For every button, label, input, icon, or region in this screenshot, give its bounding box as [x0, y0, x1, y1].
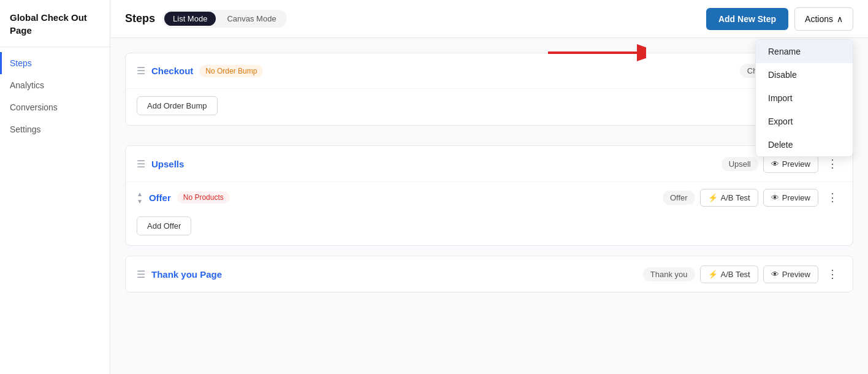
- dropdown-export[interactable]: Export: [756, 110, 853, 133]
- upsells-body: Add Offer: [126, 209, 853, 245]
- upsells-list-icon: ☰: [137, 158, 145, 170]
- canvas-mode-button[interactable]: Canvas Mode: [218, 12, 284, 26]
- sort-arrows[interactable]: ▲ ▼: [137, 191, 143, 205]
- offer-row: ▲ ▼ Offer No Products Offer ⚡ A/B Test 👁…: [126, 182, 853, 209]
- checkout-badge: No Order Bump: [199, 65, 263, 77]
- add-order-bump-button[interactable]: Add Order Bump: [137, 96, 218, 115]
- upsells-more-button[interactable]: ⋮: [823, 155, 842, 173]
- upsells-type: Upsell: [721, 157, 758, 171]
- header: Steps List Mode Canvas Mode Add New Step…: [110, 0, 868, 38]
- header-left: Steps List Mode Canvas Mode: [125, 10, 287, 28]
- ab-icon-thankyou: ⚡: [708, 270, 718, 279]
- upsells-card: ☰ Upsells Upsell 👁 Preview ⋮ ▲ ▼: [125, 145, 853, 246]
- thankyou-preview-button[interactable]: 👁 Preview: [763, 265, 818, 283]
- offer-name[interactable]: Offer: [149, 193, 171, 203]
- offer-preview-icon: 👁: [771, 193, 779, 202]
- chevron-down-icon: ▼: [137, 198, 143, 205]
- thankyou-more-button[interactable]: ⋮: [823, 265, 842, 283]
- thankyou-ab-test-button[interactable]: ⚡ A/B Test: [700, 265, 758, 283]
- offer-right: Offer ⚡ A/B Test 👁 Preview ⋮: [663, 188, 842, 207]
- thankyou-list-icon: ☰: [137, 269, 145, 280]
- upsells-header: ☰ Upsells Upsell 👁 Preview ⋮: [126, 146, 853, 181]
- sidebar-title: Global Check Out Page: [0, 0, 110, 47]
- offer-type: Offer: [663, 191, 695, 205]
- list-mode-button[interactable]: List Mode: [164, 12, 216, 26]
- offer-more-button[interactable]: ⋮: [823, 188, 842, 207]
- sidebar: Global Check Out Page Steps Analytics Co…: [0, 0, 110, 374]
- offer-badge: No Products: [177, 191, 230, 204]
- checkout-header: ☰ Checkout No Order Bump Checkout ⚡ A/B …: [126, 53, 853, 88]
- offer-preview-button[interactable]: 👁 Preview: [763, 189, 818, 207]
- chevron-up-icon: ▲: [137, 191, 143, 197]
- thankyou-header: ☰ Thank you Page Thank you ⚡ A/B Test 👁 …: [126, 256, 853, 292]
- header-right: Add New Step Actions ∧ Rename Disable Im…: [706, 7, 853, 31]
- dropdown-disable[interactable]: Disable: [756, 63, 853, 86]
- thankyou-preview-icon: 👁: [771, 270, 779, 279]
- ab-icon-offer: ⚡: [708, 193, 718, 202]
- add-offer-button[interactable]: Add Offer: [137, 216, 191, 235]
- steps-content: ☰ Checkout No Order Bump Checkout ⚡ A/B …: [110, 38, 868, 307]
- checkout-name[interactable]: Checkout: [151, 66, 193, 76]
- dropdown-rename[interactable]: Rename: [756, 40, 853, 63]
- sidebar-item-settings[interactable]: Settings: [0, 118, 110, 140]
- actions-dropdown: Rename Disable Import Export Delete: [755, 39, 853, 157]
- sidebar-nav: Steps Analytics Conversions Settings: [0, 47, 110, 145]
- add-new-step-button[interactable]: Add New Step: [706, 8, 788, 30]
- thankyou-name[interactable]: Thank you Page: [151, 269, 222, 280]
- list-icon: ☰: [137, 65, 145, 77]
- checkout-body: Add Order Bump: [126, 89, 853, 125]
- sidebar-item-analytics[interactable]: Analytics: [0, 74, 110, 96]
- actions-button[interactable]: Actions ∧: [794, 7, 853, 31]
- main-content: Steps List Mode Canvas Mode Add New Step…: [110, 0, 868, 374]
- thankyou-card: ☰ Thank you Page Thank you ⚡ A/B Test 👁 …: [125, 256, 853, 292]
- dropdown-delete[interactable]: Delete: [756, 133, 853, 156]
- upsells-name[interactable]: Upsells: [151, 159, 184, 169]
- mode-toggle: List Mode Canvas Mode: [162, 10, 287, 28]
- chevron-up-icon: ∧: [837, 14, 843, 24]
- upsells-preview-button[interactable]: 👁 Preview: [763, 155, 818, 173]
- sidebar-item-steps[interactable]: Steps: [0, 52, 110, 74]
- preview-icon: 👁: [771, 159, 779, 169]
- page-title: Steps: [125, 12, 155, 25]
- sidebar-item-conversions[interactable]: Conversions: [0, 96, 110, 118]
- checkout-card: ☰ Checkout No Order Bump Checkout ⚡ A/B …: [125, 53, 853, 126]
- dropdown-import[interactable]: Import: [756, 86, 853, 110]
- upsells-right: Upsell 👁 Preview ⋮: [721, 155, 842, 173]
- thankyou-type: Thank you: [643, 267, 695, 281]
- thankyou-right: Thank you ⚡ A/B Test 👁 Preview ⋮: [643, 265, 842, 283]
- offer-ab-test-button[interactable]: ⚡ A/B Test: [700, 189, 758, 207]
